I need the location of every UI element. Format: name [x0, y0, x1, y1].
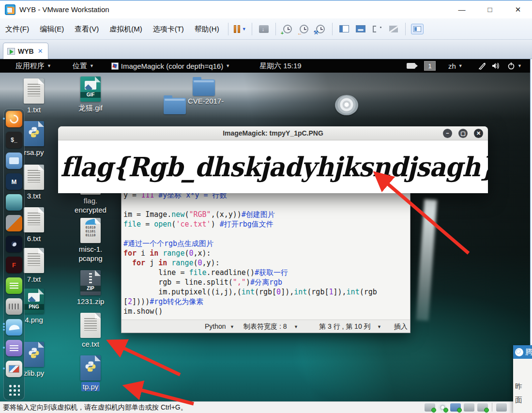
code-token: ]))) — [132, 297, 150, 306]
code-line: im.show() — [123, 306, 410, 316]
code-token: 'ce.txt' — [176, 220, 211, 229]
sound-status-icon[interactable] — [477, 403, 488, 412]
faraday-dock-icon[interactable]: F — [6, 257, 22, 273]
volume-icon[interactable] — [488, 62, 504, 70]
menu-tabs[interactable]: 选项卡(T) — [148, 22, 189, 36]
editor-window[interactable]: y = 111 #y坐标 x*y = 行数 im = Image.new("RG… — [121, 189, 410, 333]
show-applications-dock-icon[interactable] — [6, 382, 22, 398]
send-ctrl-alt-del-button[interactable] — [256, 22, 272, 36]
cdrom-status-icon[interactable] — [438, 403, 447, 412]
vm-screen[interactable]: $_ M F 1.txt rsa.py 3.txt 6.txt 7.txt PN… — [0, 59, 531, 401]
code-token: ) — [211, 220, 220, 229]
pause-button[interactable]: ▼ — [232, 22, 248, 36]
imagemagick-titlebar[interactable]: ImageMagick: tmpyY_1pC.PNG − ▢ ✕ — [58, 126, 488, 140]
wireshark-dock-icon[interactable] — [6, 319, 22, 336]
cd-disc-icon[interactable] — [335, 95, 358, 115]
take-snapshot-button[interactable]: + — [279, 22, 296, 36]
show-library-button[interactable] — [409, 22, 426, 36]
menu-view[interactable]: 查看(V) — [69, 22, 104, 36]
tab-wyb[interactable]: WYB ✕ — [3, 43, 48, 59]
metasploit-dock-icon[interactable]: M — [6, 173, 22, 190]
fullscreen-button[interactable] — [369, 22, 385, 36]
vmware-window: WYB - VMware Workstation — □ ✕ 文件(F) 编辑(… — [0, 0, 532, 413]
zap-dock-icon[interactable] — [6, 236, 22, 252]
code-token: j — [145, 259, 158, 267]
code-token: i — [137, 249, 150, 258]
desktop-icon-zip[interactable]: ZIP1231.zip — [69, 270, 112, 306]
minimize-button[interactable]: — — [448, 0, 476, 18]
image-viewer-dock-icon[interactable] — [6, 361, 22, 377]
printer-status-icon[interactable] — [464, 403, 474, 412]
code-token: "," — [233, 278, 246, 287]
folder-icon-back[interactable] — [164, 98, 186, 114]
unity-mode-button[interactable] — [385, 22, 402, 36]
cutycapt-dock-icon[interactable] — [6, 298, 22, 315]
show-sidebar-button[interactable] — [336, 22, 352, 36]
desktop-icon-gif[interactable]: GIF龙猫.gif — [69, 76, 112, 112]
imagemagick-mini-icon — [111, 62, 119, 70]
notes-purple-dock-icon[interactable] — [6, 340, 22, 356]
places-menu[interactable]: 位置▼ — [69, 61, 98, 71]
code-area[interactable]: y = 111 #y坐标 x*y = 行数 im = Image.new("RG… — [122, 189, 410, 320]
notes-green-dock-icon[interactable] — [6, 277, 22, 294]
caret-position: 第 3 行 , 第 10 列 — [319, 322, 371, 331]
menu-file[interactable]: 文件(F) — [0, 22, 34, 36]
terminal-dock-icon[interactable]: $_ — [6, 132, 22, 148]
filetype-selector[interactable]: Python — [205, 322, 226, 330]
harddisk-status-icon[interactable] — [425, 403, 435, 412]
code-token: im.show() — [123, 307, 163, 316]
im-minimize-button[interactable]: − — [443, 129, 452, 138]
file-manager-dock-icon[interactable] — [6, 153, 22, 169]
close-button[interactable]: ✕ — [504, 0, 532, 18]
im-close-button[interactable]: ✕ — [474, 129, 483, 138]
maximize-button[interactable]: □ — [476, 0, 504, 18]
desktop-icon-pcapng[interactable]: 01010 01101 01110misc-1. pcapng — [69, 218, 112, 263]
vm-desktop[interactable]: $_ M F 1.txt rsa.py 3.txt 6.txt 7.txt PN… — [0, 73, 530, 401]
revert-snapshot-button[interactable]: ← — [296, 22, 312, 36]
code-token: file — [123, 220, 141, 229]
tab-width-selector[interactable]: 制表符宽度 : 8 — [243, 322, 287, 331]
tencent-popup[interactable]: 腾 昨 面 — [513, 345, 532, 413]
screencast-icon[interactable] — [403, 63, 419, 69]
applications-menu[interactable]: 应用程序▼ — [12, 61, 55, 71]
power-icon[interactable]: ▼ — [503, 62, 526, 70]
code-token: ,y): — [202, 259, 220, 267]
tencent-popup-header[interactable]: 腾 — [513, 345, 532, 359]
imagemagick-title: ImageMagick: tmpyY_1pC.PNG — [223, 129, 323, 137]
vmware-logo-icon — [5, 4, 15, 15]
code-line: for i in range(0,x): — [123, 248, 410, 258]
menu-vm[interactable]: 虚拟机(M) — [104, 22, 148, 36]
armitage-dock-icon[interactable] — [6, 194, 22, 211]
code-token: #打开rbg值文件 — [220, 220, 274, 229]
code-token: = — [141, 220, 154, 229]
code-token: .readline() — [207, 268, 255, 277]
network-status-icon[interactable] — [450, 403, 461, 412]
firefox-dock-icon[interactable] — [6, 111, 22, 127]
active-app-menu[interactable]: ImageMagick (color depth=q16)▼ — [107, 62, 234, 70]
desktop-icon-cetxt[interactable]: ce.txt — [69, 313, 112, 349]
chevron-down-icon[interactable]: ▼ — [294, 324, 298, 329]
manage-snapshots-button[interactable]: ⚒ — [312, 22, 329, 36]
code-token: in — [150, 249, 158, 258]
workspace-indicator[interactable]: 1 — [424, 61, 436, 71]
desktop-icon-tppy[interactable]: tp.py — [69, 355, 112, 391]
panel-clock[interactable]: 星期六 15:19 — [256, 61, 305, 71]
code-token: (rgb[ — [255, 288, 276, 296]
code-token: in — [158, 259, 167, 267]
code-token: ,x): — [194, 249, 211, 258]
device-status-icons — [425, 403, 507, 412]
menu-help[interactable]: 帮助(H) — [189, 22, 225, 36]
im-maximize-button[interactable]: ▢ — [458, 129, 468, 138]
titlebar: WYB - VMware Workstation — □ ✕ — [0, 0, 532, 18]
screenshot-status-icon[interactable] — [496, 403, 507, 412]
chevron-down-icon[interactable]: ▼ — [230, 324, 234, 329]
show-console-button[interactable] — [352, 22, 369, 36]
keyboard-layout-indicator[interactable]: zh▼ — [444, 62, 467, 70]
imagemagick-window[interactable]: ImageMagick: tmpyY_1pC.PNG − ▢ ✕ flag{Rg… — [58, 126, 488, 193]
code-line: #通过一个个rgb点生成图片 — [123, 239, 410, 248]
chevron-down-icon[interactable]: ▼ — [377, 324, 381, 329]
burpsuite-dock-icon[interactable] — [6, 215, 22, 231]
menu-edit[interactable]: 编辑(E) — [34, 22, 69, 36]
tab-close-icon[interactable]: ✕ — [38, 47, 43, 55]
folder-icon-cve[interactable] — [193, 79, 215, 96]
